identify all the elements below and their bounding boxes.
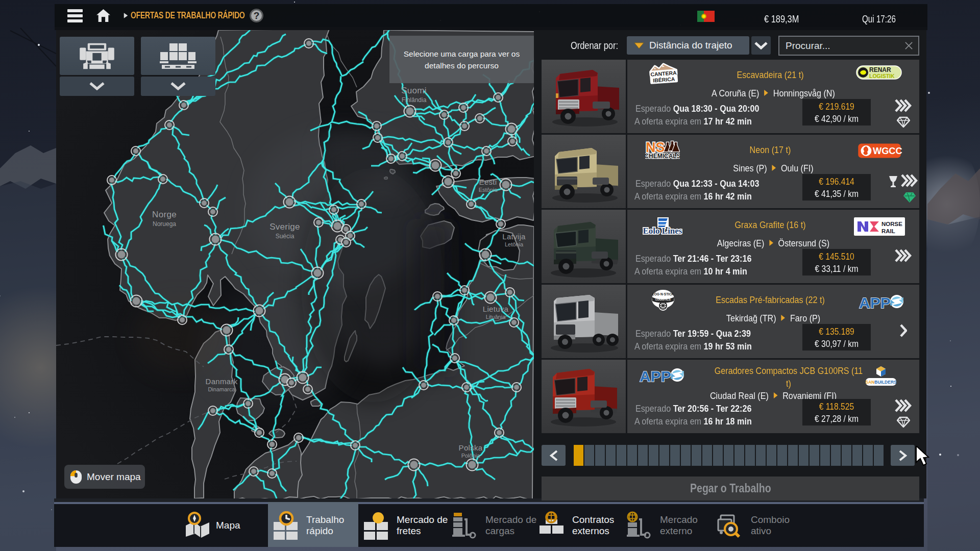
svg-text:LOGISTIK: LOGISTIK xyxy=(869,73,895,79)
svg-text:LOG·N·STICK: LOG·N·STICK xyxy=(652,292,674,296)
svg-text:LOGISTICS: LOGISTICS xyxy=(655,298,671,301)
svg-text:WGCC: WGCC xyxy=(873,145,902,156)
svg-text:RENAR: RENAR xyxy=(869,66,891,73)
svg-text:APP: APP xyxy=(859,294,891,311)
svg-text:SANBUILDERS: SANBUILDERS xyxy=(865,380,897,385)
svg-text:NORSE: NORSE xyxy=(881,221,902,227)
svg-text:RAIL: RAIL xyxy=(881,228,895,234)
svg-text:APP: APP xyxy=(640,368,671,385)
